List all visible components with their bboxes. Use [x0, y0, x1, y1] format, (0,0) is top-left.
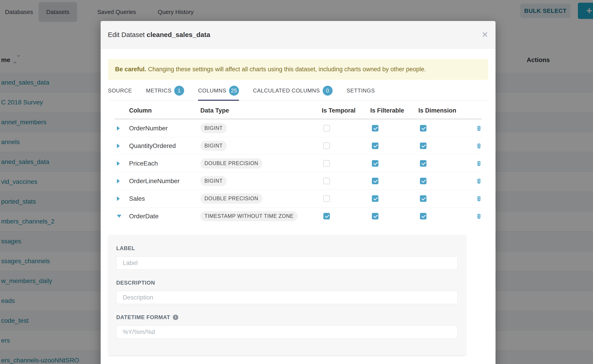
modal-tabs: SOURCE METRICS 1 COLUMNS 25 CALCUL	[108, 86, 488, 100]
column-name: Sales	[129, 195, 200, 202]
trash-icon	[476, 160, 482, 166]
is-filterable-checkbox[interactable]	[372, 160, 378, 167]
modal-body: Be careful. Changing these settings will…	[101, 59, 495, 355]
is-filterable-checkbox[interactable]	[372, 178, 378, 184]
data-type-pill: BIGINT	[200, 123, 227, 133]
description-field: DESCRIPTION	[116, 280, 458, 304]
column-row: Sales DOUBLE PRECISION	[115, 190, 481, 207]
modal-title-prefix: Edit Dataset	[108, 31, 145, 38]
data-type-header: Data Type	[200, 107, 322, 114]
data-type-pill: DOUBLE PRECISION	[200, 194, 263, 204]
datetime-format-label-text: DATETIME FORMAT	[116, 314, 170, 320]
is-temporal-checkbox[interactable]	[323, 195, 330, 202]
is-filterable-checkbox[interactable]	[372, 213, 378, 220]
expand-caret-icon[interactable]	[117, 179, 120, 183]
expand-caret-icon[interactable]	[117, 215, 121, 218]
is-temporal-checkbox[interactable]	[323, 160, 330, 167]
label-input[interactable]	[116, 256, 458, 269]
warning-banner: Be careful. Changing these settings will…	[108, 59, 488, 80]
data-type-pill: DOUBLE PRECISION	[200, 158, 263, 169]
tab[interactable]: CALCULATED COLUMNS 0	[253, 86, 333, 100]
expand-caret-icon[interactable]	[117, 144, 120, 148]
delete-column-button[interactable]	[476, 195, 482, 202]
data-type-pill: BIGINT	[200, 176, 227, 186]
is-filterable-checkbox[interactable]	[372, 195, 378, 202]
column-row: PriceEach DOUBLE PRECISION	[115, 155, 481, 172]
delete-column-button[interactable]	[476, 213, 482, 219]
info-icon[interactable]: i	[173, 315, 178, 320]
is-dimension-checkbox[interactable]	[420, 213, 427, 220]
tab[interactable]: COLUMNS 25	[198, 86, 239, 100]
is-temporal-checkbox[interactable]	[323, 125, 330, 131]
trash-icon	[476, 213, 482, 219]
tab[interactable]: SETTINGS	[347, 86, 375, 100]
columns-table-header: Column Data Type Is Temporal Is Filterab…	[115, 100, 481, 119]
is-temporal-checkbox[interactable]	[323, 143, 330, 149]
column-header: Column	[129, 107, 200, 114]
column-detail-editor: LABEL DESCRIPTION DATETIME FORMAT i	[108, 235, 466, 355]
data-type-pill: BIGINT	[200, 141, 227, 151]
delete-column-button[interactable]	[476, 143, 482, 149]
column-row: QuantityOrdered BIGINT	[115, 137, 481, 155]
column-name: OrderNumber	[129, 125, 200, 132]
is-temporal-checkbox[interactable]	[323, 178, 330, 184]
is-dimension-checkbox[interactable]	[420, 178, 427, 184]
close-icon[interactable]: ✕	[481, 31, 488, 39]
tab-count-badge: 25	[229, 86, 239, 96]
datetime-format-field: DATETIME FORMAT i	[116, 314, 458, 338]
label-field-label: LABEL	[116, 245, 458, 252]
tab-label: CALCULATED COLUMNS	[253, 87, 320, 94]
is-dimension-checkbox[interactable]	[420, 143, 427, 149]
column-row: OrderDate TIMESTAMP WITHOUT TIME ZONE	[115, 207, 481, 225]
trash-icon	[476, 143, 482, 149]
tab[interactable]: SOURCE	[108, 86, 132, 100]
column-name: OrderDate	[129, 213, 200, 220]
datetime-format-input[interactable]	[116, 325, 458, 338]
expand-caret-icon[interactable]	[117, 196, 120, 201]
is-dimension-header: Is Dimension	[418, 107, 470, 114]
trash-icon	[476, 178, 482, 184]
is-filterable-header: Is Filterable	[370, 107, 418, 114]
modal-title-dataset-name: cleaned_sales_data	[147, 31, 210, 38]
description-field-label: DESCRIPTION	[116, 280, 458, 286]
tab-count-badge: 0	[323, 86, 333, 96]
column-row: OrderLineNumber BIGINT	[115, 172, 481, 190]
edit-dataset-modal: Edit Dataset cleaned_sales_data ✕ Be car…	[101, 21, 495, 364]
delete-column-button[interactable]	[476, 178, 482, 184]
data-type-pill: TIMESTAMP WITHOUT TIME ZONE	[200, 211, 298, 221]
is-filterable-checkbox[interactable]	[372, 125, 378, 131]
description-input[interactable]	[116, 291, 458, 304]
trash-icon	[476, 195, 482, 202]
delete-column-button[interactable]	[476, 125, 482, 131]
warning-banner-bold: Be careful.	[115, 66, 146, 73]
is-temporal-header: Is Temporal	[322, 107, 370, 114]
is-filterable-checkbox[interactable]	[372, 143, 378, 149]
tab-count-badge: 1	[174, 86, 184, 96]
label-field: LABEL	[116, 245, 458, 269]
app-viewport: Databases Datasets Saved Queries Query H…	[0, 0, 593, 364]
warning-banner-text: Changing these settings will affect all …	[148, 66, 426, 73]
tab-label: METRICS	[146, 87, 171, 94]
modal-header: Edit Dataset cleaned_sales_data ✕	[101, 21, 495, 49]
delete-column-button[interactable]	[476, 160, 482, 166]
columns-table: Column Data Type Is Temporal Is Filterab…	[115, 100, 481, 225]
is-dimension-checkbox[interactable]	[420, 160, 427, 167]
expand-caret-icon[interactable]	[117, 161, 120, 166]
column-row: OrderNumber BIGINT	[115, 119, 481, 137]
is-temporal-checkbox[interactable]	[323, 213, 330, 220]
tab-label: SETTINGS	[347, 87, 375, 94]
tab-label: COLUMNS	[198, 87, 226, 94]
column-name: QuantityOrdered	[129, 142, 200, 150]
modal-title: Edit Dataset cleaned_sales_data	[108, 31, 210, 39]
column-name: OrderLineNumber	[129, 177, 200, 185]
is-dimension-checkbox[interactable]	[420, 125, 427, 131]
expand-caret-icon[interactable]	[117, 126, 120, 130]
datetime-format-field-label: DATETIME FORMAT i	[116, 314, 458, 320]
column-name: PriceEach	[129, 160, 200, 167]
is-dimension-checkbox[interactable]	[420, 195, 427, 202]
tab-label: SOURCE	[108, 87, 132, 94]
trash-icon	[476, 125, 482, 131]
tab[interactable]: METRICS 1	[146, 86, 184, 100]
